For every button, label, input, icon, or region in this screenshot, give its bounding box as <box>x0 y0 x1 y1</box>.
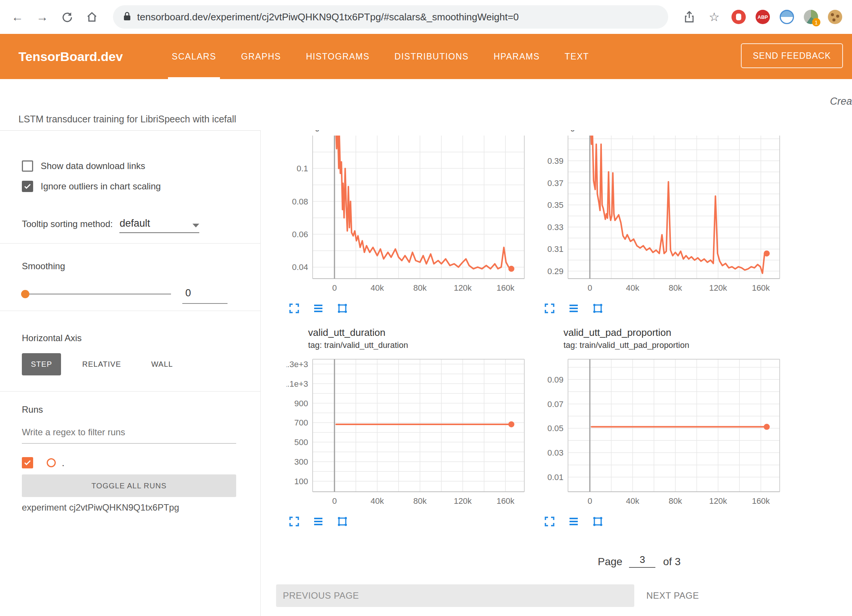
svg-text:40k: 40k <box>626 496 640 506</box>
fit-domain-icon[interactable] <box>592 303 603 314</box>
ignore-outliers-label: Ignore outliers in chart scaling <box>41 181 161 192</box>
tooltip-sort-value: default <box>119 218 150 229</box>
divider <box>0 391 260 392</box>
previous-page-button[interactable]: PREVIOUS PAGE <box>276 584 634 607</box>
svg-text:0: 0 <box>332 496 337 506</box>
cookie-extension-icon[interactable] <box>828 10 842 24</box>
chart-tag-clipped: tag: train/… <box>563 130 790 133</box>
fit-domain-icon[interactable] <box>337 303 348 314</box>
tab-text[interactable]: TEXT <box>561 34 593 79</box>
home-icon[interactable] <box>84 9 99 24</box>
svg-text:40k: 40k <box>371 283 384 293</box>
expand-chart-icon[interactable] <box>289 303 300 314</box>
svg-text:0: 0 <box>588 283 592 293</box>
next-page-button[interactable]: NEXT PAGE <box>646 590 699 601</box>
reload-icon[interactable] <box>60 9 75 24</box>
svg-text:0.04: 0.04 <box>292 262 308 272</box>
line-chart[interactable]: 0.040.060.080.1040k80k120k160k <box>286 136 527 294</box>
run-checkbox[interactable] <box>22 457 33 468</box>
slider-thumb[interactable] <box>21 290 29 298</box>
tooltip-sort-dropdown[interactable]: default <box>119 218 199 233</box>
page-count-label: of 3 <box>663 556 681 568</box>
created-clipped-text: Crea <box>830 96 852 107</box>
svg-text:40k: 40k <box>626 283 640 293</box>
svg-text:0.39: 0.39 <box>547 156 563 166</box>
top-nav: SCALARS GRAPHS HISTOGRAMS DISTRIBUTIONS … <box>168 34 593 79</box>
runs-label: Runs <box>22 404 236 416</box>
svg-text:160k: 160k <box>752 283 770 293</box>
svg-text:0.31: 0.31 <box>547 244 563 254</box>
axis-step-button[interactable]: STEP <box>22 353 61 375</box>
svg-text:0.37: 0.37 <box>547 178 563 188</box>
toggle-runs-icon[interactable] <box>568 516 579 527</box>
axis-relative-button[interactable]: RELATIVE <box>73 353 130 375</box>
toggle-runs-icon[interactable] <box>313 516 324 527</box>
show-download-links-checkbox[interactable] <box>22 160 33 172</box>
tab-graphs[interactable]: GRAPHS <box>237 34 285 79</box>
runs-filter-input[interactable] <box>22 425 236 444</box>
address-bar[interactable]: tensorboard.dev/experiment/cj2vtPiwQHKN9… <box>113 5 668 29</box>
forward-icon[interactable]: → <box>35 9 50 24</box>
experiment-header: Crea LSTM transducer training for LibriS… <box>0 79 852 130</box>
run-color-swatch <box>47 458 56 467</box>
svg-text:0.06: 0.06 <box>292 230 308 239</box>
url-text: tensorboard.dev/experiment/cj2vtPiwQHKN9… <box>137 11 519 23</box>
chevron-down-icon <box>192 224 199 227</box>
chart-card-valid-utt-duration: valid_utt_duration tag: train/valid_utt_… <box>286 327 535 529</box>
tab-scalars[interactable]: SCALARS <box>168 34 220 79</box>
page-number-input[interactable]: 3 <box>629 554 655 568</box>
svg-text:0.08: 0.08 <box>292 197 308 206</box>
run-name: . <box>62 457 64 469</box>
svg-text:120k: 120k <box>454 283 472 293</box>
svg-text:1.3e+3: 1.3e+3 <box>286 360 308 369</box>
adblock-extension-icon[interactable] <box>731 10 746 24</box>
svg-text:160k: 160k <box>752 496 770 506</box>
line-chart[interactable]: 1003005007009001.1e+31.3e+3040k80k120k16… <box>286 355 527 507</box>
lock-icon <box>122 11 132 23</box>
chart-title: valid_utt_pad_proportion <box>563 327 790 340</box>
svg-text:0.01: 0.01 <box>547 473 563 482</box>
expand-chart-icon[interactable] <box>289 516 300 527</box>
app-header: TensorBoard.dev SCALARS GRAPHS HISTOGRAM… <box>0 34 852 79</box>
expand-chart-icon[interactable] <box>544 303 555 314</box>
page-label: Page <box>598 556 622 568</box>
line-chart[interactable]: 0.290.310.330.350.370.39040k80k120k160k <box>542 136 783 294</box>
axis-wall-button[interactable]: WALL <box>142 353 182 375</box>
svg-text:80k: 80k <box>669 496 682 506</box>
svg-text:0.03: 0.03 <box>547 448 563 457</box>
bookmark-star-icon[interactable]: ☆ <box>707 9 722 24</box>
chart-tag-clipped: tag: train/… <box>308 130 535 133</box>
line-chart[interactable]: 0.010.030.050.070.09040k80k120k160k <box>542 355 783 507</box>
smoothing-label: Smoothing <box>22 260 236 272</box>
fit-domain-icon[interactable] <box>337 516 348 527</box>
ignore-outliers-checkbox[interactable] <box>22 181 33 192</box>
toggle-runs-icon[interactable] <box>313 303 324 314</box>
send-feedback-button[interactable]: SEND FEEDBACK <box>741 43 843 68</box>
abp-extension-icon[interactable]: ABP <box>756 10 770 24</box>
toggle-all-runs-button[interactable]: TOGGLE ALL RUNS <box>22 474 236 497</box>
expand-chart-icon[interactable] <box>544 516 555 527</box>
share-icon[interactable] <box>682 9 697 24</box>
svg-text:0.07: 0.07 <box>547 399 563 409</box>
svg-text:120k: 120k <box>709 283 728 293</box>
svg-text:0: 0 <box>588 496 592 506</box>
tab-hparams[interactable]: HPARAMS <box>490 34 544 79</box>
app-logo[interactable]: TensorBoard.dev <box>0 34 123 79</box>
chart-card-top-left: tag: train/… 0.040.060.080.1040k80k120k1… <box>286 130 535 316</box>
back-icon[interactable]: ← <box>10 9 25 24</box>
smoothing-slider[interactable] <box>22 287 171 301</box>
blue-extension-icon[interactable] <box>780 10 794 24</box>
chart-card-top-right: tag: train/… 0.290.310.330.350.370.39040… <box>542 130 790 316</box>
slider-track <box>22 293 171 295</box>
svg-text:120k: 120k <box>454 496 472 506</box>
profile-extension-icon[interactable]: 1 <box>804 10 818 24</box>
tab-distributions[interactable]: DISTRIBUTIONS <box>391 34 472 79</box>
smoothing-value-input[interactable]: 0 <box>182 287 228 304</box>
toggle-runs-icon[interactable] <box>568 303 579 314</box>
tab-histograms[interactable]: HISTOGRAMS <box>302 34 373 79</box>
svg-text:100: 100 <box>294 477 308 486</box>
fit-domain-icon[interactable] <box>592 516 603 527</box>
horizontal-axis-label: Horizontal Axis <box>22 332 236 344</box>
extension-badge: 1 <box>812 18 820 26</box>
pagination: Page 3 of 3 <box>598 551 852 568</box>
